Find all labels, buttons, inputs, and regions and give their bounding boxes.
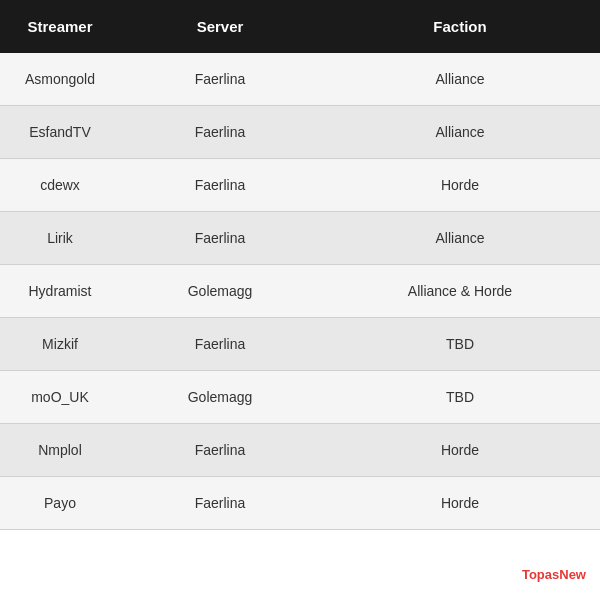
table-row: NmplolFaerlinaHorde — [0, 424, 600, 477]
header-streamer: Streamer — [0, 0, 120, 53]
cell-streamer: moO_UK — [0, 371, 120, 424]
table-row: LirikFaerlinaAlliance — [0, 212, 600, 265]
cell-streamer: Hydramist — [0, 265, 120, 318]
cell-streamer: cdewx — [0, 159, 120, 212]
table-row: AsmongoldFaerlinaAlliance — [0, 53, 600, 106]
streamers-table: Streamer Server Faction AsmongoldFaerlin… — [0, 0, 600, 530]
cell-faction: TBD — [320, 318, 600, 371]
table-row: EsfandTVFaerlinaAlliance — [0, 106, 600, 159]
cell-server: Golemagg — [120, 265, 320, 318]
header-server: Server — [120, 0, 320, 53]
cell-streamer: Mizkif — [0, 318, 120, 371]
cell-server: Golemagg — [120, 371, 320, 424]
cell-streamer: Asmongold — [0, 53, 120, 106]
table-row: HydramistGolemaggAlliance & Horde — [0, 265, 600, 318]
table-row: MizkifFaerlinaTBD — [0, 318, 600, 371]
cell-streamer: EsfandTV — [0, 106, 120, 159]
cell-server: Faerlina — [120, 212, 320, 265]
cell-streamer: Lirik — [0, 212, 120, 265]
cell-faction: TBD — [320, 371, 600, 424]
cell-faction: Horde — [320, 424, 600, 477]
table-container: Streamer Server Faction AsmongoldFaerlin… — [0, 0, 600, 530]
cell-faction: Alliance & Horde — [320, 265, 600, 318]
cell-server: Faerlina — [120, 477, 320, 530]
cell-faction: Alliance — [320, 53, 600, 106]
watermark-label: TopasNew — [518, 565, 590, 584]
table-body: AsmongoldFaerlinaAllianceEsfandTVFaerlin… — [0, 53, 600, 530]
cell-server: Faerlina — [120, 53, 320, 106]
table-row: moO_UKGolemaggTBD — [0, 371, 600, 424]
cell-faction: Horde — [320, 477, 600, 530]
cell-server: Faerlina — [120, 318, 320, 371]
cell-streamer: Payo — [0, 477, 120, 530]
table-row: PayoFaerlinaHorde — [0, 477, 600, 530]
cell-server: Faerlina — [120, 159, 320, 212]
table-row: cdewxFaerlinaHorde — [0, 159, 600, 212]
cell-faction: Alliance — [320, 106, 600, 159]
cell-server: Faerlina — [120, 106, 320, 159]
header-faction: Faction — [320, 0, 600, 53]
table-header-row: Streamer Server Faction — [0, 0, 600, 53]
cell-streamer: Nmplol — [0, 424, 120, 477]
cell-faction: Horde — [320, 159, 600, 212]
cell-faction: Alliance — [320, 212, 600, 265]
cell-server: Faerlina — [120, 424, 320, 477]
